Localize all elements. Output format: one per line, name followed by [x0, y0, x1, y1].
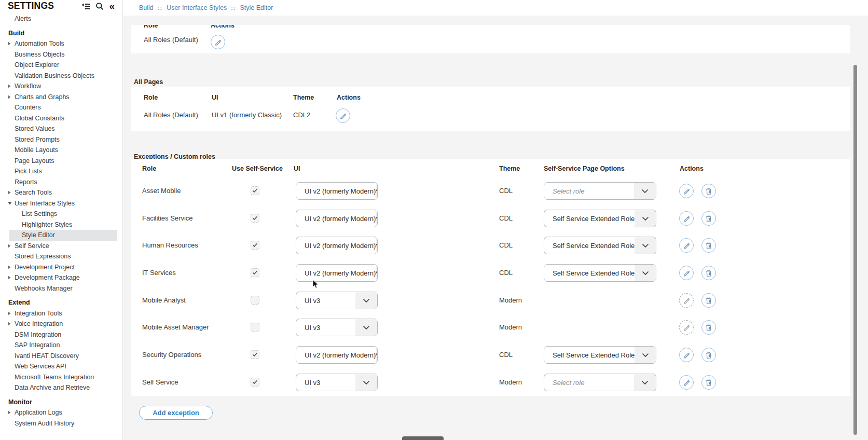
sidebar-item-highlighter-styles[interactable]: Highlighter Styles: [0, 219, 122, 230]
page-options-select[interactable]: Self Service Extended Role: [544, 210, 656, 227]
edit-button[interactable]: [679, 266, 694, 280]
delete-button[interactable]: [701, 320, 716, 335]
tree-collapse-icon[interactable]: [81, 3, 90, 10]
ui-select[interactable]: UI v2 (formerly Modern): [296, 182, 378, 200]
sidebar-item-microsoft-teams-integration[interactable]: Microsoft Teams Integration: [0, 372, 122, 383]
expand-arrow-icon[interactable]: [8, 319, 11, 329]
delete-button[interactable]: [701, 375, 716, 390]
sidebar-item-ivanti-heat-discovery[interactable]: Ivanti HEAT Discovery: [0, 351, 122, 362]
vertical-scrollbar-thumb[interactable]: [853, 65, 857, 435]
sidebar-item-charts-and-graphs[interactable]: Charts and Graphs: [0, 92, 122, 103]
page-options-select[interactable]: Self Service Extended Role: [544, 264, 656, 282]
expand-arrow-icon[interactable]: [8, 241, 11, 252]
delete-button[interactable]: [701, 184, 716, 198]
theme-cell: CDL: [499, 237, 513, 254]
sidebar-item-page-layouts[interactable]: Page Layouts: [0, 156, 122, 167]
ui-select[interactable]: UI v2 (formerly Modern): [296, 264, 378, 282]
expand-arrow-icon[interactable]: [8, 81, 11, 92]
breadcrumb-user-interface-styles[interactable]: User Interface Styles: [167, 4, 227, 11]
use-self-service-checkbox[interactable]: [251, 296, 259, 305]
ui-select[interactable]: UI v3: [296, 292, 378, 309]
ui-select[interactable]: UI v2 (formerly Modern): [296, 346, 378, 364]
ui-select[interactable]: UI v2 (formerly Modern): [296, 237, 378, 254]
expand-arrow-icon[interactable]: [8, 187, 11, 198]
checkmark-icon: [252, 188, 258, 193]
delete-button[interactable]: [701, 238, 716, 253]
sidebar-item-user-interface-styles[interactable]: User Interface Styles: [0, 198, 122, 209]
ui-select[interactable]: UI v2 (formerly Modern): [296, 210, 378, 227]
expand-arrow-icon[interactable]: [8, 38, 11, 49]
sidebar-item-pick-lists[interactable]: Pick Lists: [0, 166, 122, 177]
page-options-select[interactable]: Self Service Extended Role: [544, 237, 656, 254]
use-self-service-checkbox[interactable]: [251, 268, 259, 277]
add-exception-button[interactable]: Add exception: [139, 406, 213, 420]
sidebar-item-search-tools[interactable]: Search Tools: [0, 187, 122, 198]
sidebar-item-business-objects[interactable]: Business Objects: [0, 49, 122, 60]
sidebar-item-global-constants[interactable]: Global Constants: [0, 113, 122, 124]
sidebar-item-mobile-layouts[interactable]: Mobile Layouts: [0, 145, 122, 156]
sidebar-item-development-package[interactable]: Development Package: [0, 272, 122, 283]
sidebar-item-integration-tools[interactable]: Integration Tools: [0, 308, 122, 319]
delete-button[interactable]: [701, 293, 716, 308]
expand-arrow-icon[interactable]: [8, 308, 11, 319]
sidebar-item-counters[interactable]: Counters: [0, 102, 122, 113]
collapse-arrow-icon[interactable]: [8, 198, 12, 209]
ui-select[interactable]: UI v3: [296, 319, 378, 336]
sidebar-item-style-editor[interactable]: Style Editor: [9, 230, 117, 241]
sidebar-item-development-project[interactable]: Development Project: [0, 262, 122, 273]
sidebar-item-object-explorer[interactable]: Object Explorer: [0, 60, 122, 71]
edit-button[interactable]: [679, 238, 694, 253]
edit-button[interactable]: [679, 184, 694, 198]
use-self-service-checkbox[interactable]: [251, 378, 259, 387]
expand-arrow-icon[interactable]: [8, 407, 11, 418]
sidebar-item-data-archive-and-retrieve[interactable]: Data Archive and Retrieve: [0, 382, 122, 393]
sidebar-item-webhooks-manager[interactable]: Webhooks Manager: [0, 283, 122, 294]
delete-button[interactable]: [701, 211, 716, 226]
sidebar-item-sap-integration[interactable]: SAP Integration: [0, 340, 122, 351]
use-self-service-checkbox[interactable]: [251, 241, 259, 250]
sidebar-item-stored-expressions[interactable]: Stored Expressions: [0, 251, 122, 262]
sidebar-item-list-settings[interactable]: List Settings: [0, 209, 122, 219]
theme-cell: CDL: [499, 346, 513, 364]
use-self-service-checkbox[interactable]: [251, 350, 259, 359]
column-header-role: Role: [144, 25, 158, 29]
edit-button[interactable]: [679, 320, 694, 335]
ui-select[interactable]: UI v3: [296, 374, 378, 391]
edit-button[interactable]: [679, 348, 694, 362]
sidebar-item-automation-tools[interactable]: Automation Tools: [0, 38, 122, 49]
expand-arrow-icon[interactable]: [8, 92, 11, 103]
page-options-select[interactable]: Select role: [544, 374, 656, 391]
edit-button[interactable]: [211, 35, 225, 49]
page-options-select[interactable]: Select role: [544, 182, 656, 200]
breadcrumb-style-editor[interactable]: Style Editor: [240, 4, 273, 11]
sidebar-item-stored-values[interactable]: Stored Values: [0, 123, 122, 134]
sidebar-item-stored-prompts[interactable]: Stored Prompts: [0, 134, 122, 145]
edit-button[interactable]: [679, 293, 694, 308]
use-self-service-checkbox[interactable]: [251, 186, 259, 195]
sidebar-item-self-service[interactable]: Self Service: [0, 241, 122, 252]
edit-button[interactable]: [679, 211, 694, 226]
search-icon[interactable]: [95, 2, 104, 10]
edit-button[interactable]: [679, 375, 694, 390]
sidebar-item-application-logs[interactable]: Application Logs: [0, 407, 122, 418]
sidebar-item-reports[interactable]: Reports: [0, 177, 122, 188]
use-self-service-checkbox[interactable]: [251, 214, 259, 223]
expand-arrow-icon[interactable]: [8, 272, 11, 283]
sidebar-item-web-services-api[interactable]: Web Services API: [0, 361, 122, 372]
expand-arrow-icon[interactable]: [8, 262, 11, 273]
ui-select-value: UI v2 (formerly Modern): [296, 242, 376, 250]
collapse-sidebar-icon[interactable]: «: [109, 3, 115, 10]
sidebar-item-validation-business-objects[interactable]: Validation Business Objects: [0, 71, 122, 81]
use-self-service-checkbox[interactable]: [251, 323, 259, 332]
sidebar-item-dsm-integration[interactable]: DSM Integration: [0, 329, 122, 340]
sidebar-item-alerts[interactable]: Alerts: [0, 13, 122, 24]
delete-button[interactable]: [701, 348, 716, 362]
sidebar-item-system-audit-history[interactable]: System Audit History: [0, 418, 122, 429]
breadcrumb-build[interactable]: Build: [139, 4, 154, 11]
delete-button[interactable]: [701, 266, 716, 280]
edit-button[interactable]: [336, 108, 350, 123]
sidebar-item-workflow[interactable]: Workflow: [0, 81, 122, 92]
page-options-select[interactable]: Self Service Extended Role: [544, 346, 656, 364]
sidebar-item-voice-integration[interactable]: Voice Integration: [0, 319, 122, 329]
role-cell: Self Service: [142, 374, 178, 391]
